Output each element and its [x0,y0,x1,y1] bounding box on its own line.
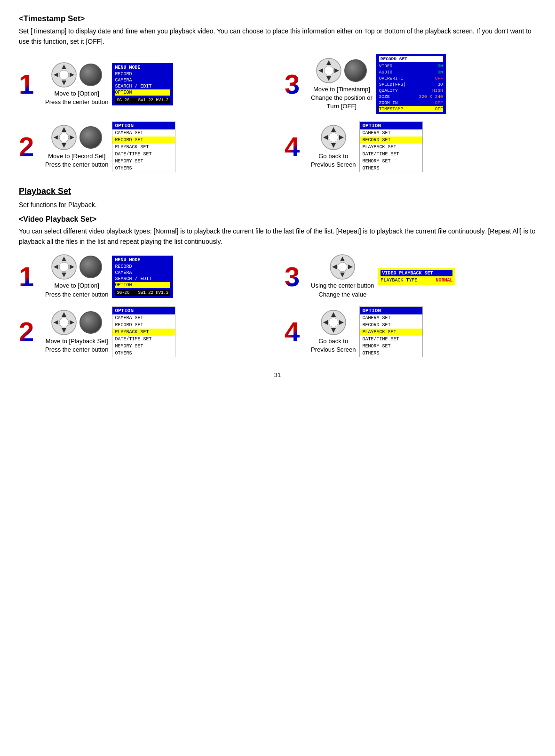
ts-step4-number: 4 [285,133,307,161]
dpad-icon-3 [316,58,341,83]
pb-step4-label: Go back to Previous Screen [311,337,356,354]
pb-step3: 3 Using the center button Change the val… [285,254,536,298]
timestamp-description: Set [Timestamp] to display date and time… [19,26,536,47]
ts-step2: 2 Move to [Record Set] Press the ce [19,121,270,172]
pb-dpad-4 [321,310,346,335]
pb-step3-number: 3 [285,263,307,290]
ts-step3-controls: Move to [Timestamp] Change the position … [311,58,373,111]
timestamp-steps: 1 Move to [Option] Press the center [19,54,536,172]
pb-step3-vpb: VIDEO PLAYBACK SET PLAYBACK TYPE NORMAL [378,268,455,285]
ts-step3-label: Move to [Timestamp] Change the position … [311,85,373,111]
pb-dpad-1 [51,254,77,280]
pb-step2: 2 Move to [Playback Set] Press the [19,306,270,357]
ts-step2-label: Move to [Record Set] Press the center bu… [45,152,108,169]
ts-step4-option: OPTION CAMERA SET RECORD SET PLAYBACK SE… [359,121,423,172]
ts-step2-option: OPTION CAMERA SET RECORD SET PLAYBACK SE… [112,121,175,172]
ts-step3: 3 Move to [Timestamp] Change the po [285,54,536,114]
page-number: 31 [19,371,536,378]
pb-step4: 4 Go back to Previous Screen [285,306,536,357]
ts-step1-number: 1 [19,71,41,98]
ts-step1: 1 Move to [Option] Press the center [19,54,270,114]
ts-step1-menu: MENU MODE RECORD CAMERA SEARCH / EDIT OP… [112,63,173,105]
ts-step4-controls: Go back to Previous Screen [311,125,356,169]
svg-point-19 [59,133,69,142]
ts-step3-number: 3 [285,71,307,98]
pb-step1-controls: Move to [Option] Press the center button [45,254,108,298]
pb-step2-number: 2 [19,318,41,346]
dpad-icon [51,62,77,88]
svg-point-37 [338,262,347,272]
pb-step4-option: OPTION CAMERA SET RECORD SET PLAYBACK SE… [359,306,423,357]
pb-step4-controls-row [321,310,346,335]
svg-point-31 [59,262,69,272]
ball-joystick-3 [344,59,367,82]
dpad-icon-4 [321,125,346,150]
ts-step3-controls-row [316,58,367,83]
pb-step2-controls: Move to [Playback Set] Press the center … [45,310,108,354]
ball-joystick-2 [79,126,102,149]
svg-point-7 [59,70,69,80]
dpad-icon-2 [51,125,77,150]
svg-point-25 [329,133,338,142]
pb-ball-1 [79,256,102,278]
playback-title: Playback Set [19,186,536,196]
ts-step3-recordset: RECORD SET VIDEOON AUDIOON OVERWRITEOFF … [376,54,446,114]
pb-step4-controls: Go back to Previous Screen [311,310,356,354]
ball-joystick [79,64,102,86]
pb-step2-controls-row [51,310,102,335]
pb-ball-2 [79,311,102,334]
pb-step3-controls: Using the center button Change the value [311,254,374,298]
pb-step1-controls-row [51,254,102,280]
pb-step1-number: 1 [19,263,41,290]
ts-step2-number: 2 [19,133,41,161]
svg-point-49 [329,318,338,327]
playback-steps: 1 Move to [Option] Press the center [19,254,536,357]
pb-step1-label: Move to [Option] Press the center button [45,281,108,298]
video-playback-desc: You can select different video playback … [19,226,536,247]
ts-step2-controls: Move to [Record Set] Press the center bu… [45,125,108,169]
svg-point-43 [59,318,69,327]
ts-step4-controls-row [321,125,346,150]
pb-step3-label: Using the center button Change the value [311,281,374,298]
video-playback-title: <Video Playback Set> [19,215,536,224]
pb-step2-option: OPTION CAMERA SET RECORD SET PLAYBACK SE… [112,306,175,357]
svg-point-13 [324,66,333,75]
ts-step4-label: Go back to Previous Screen [311,152,356,169]
timestamp-title: <Timestamp Set> [19,14,536,24]
pb-step1-menu: MENU MODE RECORD CAMERA SEARCH / EDIT OP… [112,256,173,298]
ts-step2-controls-row [51,125,102,150]
ts-step4: 4 Go back to Previous Screen [285,121,536,172]
playback-description: Set functions for Playback. [19,200,536,210]
playback-section: Playback Set Set functions for Playback.… [19,186,536,357]
timestamp-section: <Timestamp Set> Set [Timestamp] to displ… [19,14,536,172]
pb-step2-label: Move to [Playback Set] Press the center … [45,337,108,354]
ts-step1-label: Move to [Option] Press the center button [45,89,108,106]
pb-step4-number: 4 [285,318,307,346]
ts-step1-controls: Move to [Option] Press the center button [45,62,108,106]
pb-dpad-2 [51,310,77,335]
pb-dpad-3 [330,254,355,280]
pb-step1: 1 Move to [Option] Press the center [19,254,270,298]
ts-step1-controls-row [51,62,102,88]
pb-step3-controls-row [330,254,355,280]
